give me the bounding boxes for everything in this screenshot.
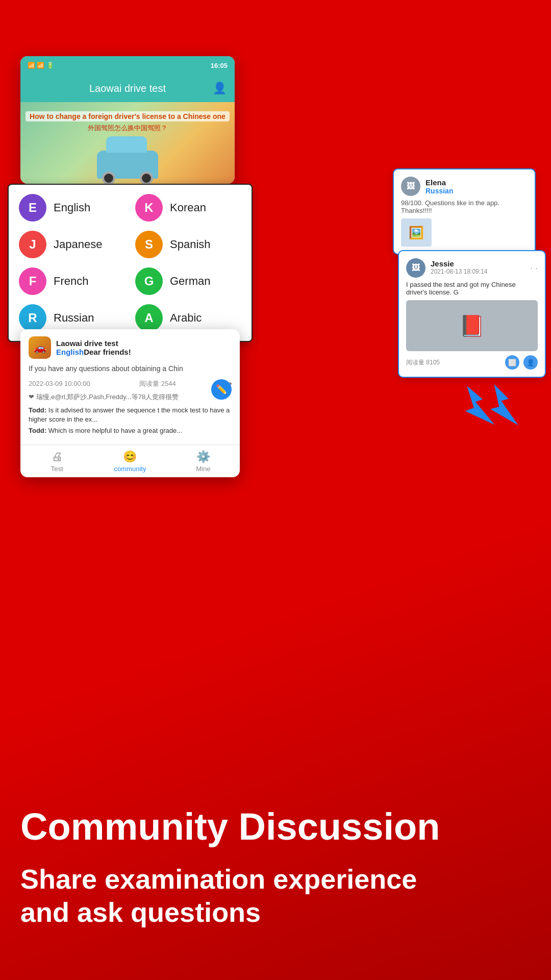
avatar-elena: 🖼 <box>401 177 420 196</box>
share-button[interactable]: ⬜ <box>505 355 519 370</box>
comment1-text: Is it advised to answer the sequence t t… <box>29 406 230 423</box>
car-illustration <box>97 151 158 179</box>
phone-mockup-bottom: 🚗 Laowai drive test English Dear friends… <box>20 329 240 477</box>
language-grid: E English K Korean J Japanese S Spanish … <box>19 194 241 332</box>
jessie-name: Jessie <box>431 259 487 268</box>
connector-svg <box>459 383 520 429</box>
english-circle: E <box>19 194 46 222</box>
list-item[interactable]: K Korean <box>135 194 241 222</box>
compose-button[interactable]: ✏️ <box>211 379 232 400</box>
list-item[interactable]: J Japanese <box>19 231 125 258</box>
community-post: 🚗 Laowai drive test English Dear friends… <box>20 329 240 445</box>
phone-header-title: Laowai drive test <box>89 83 166 94</box>
korean-circle: K <box>135 194 163 222</box>
nav-test[interactable]: 🖨 Test <box>20 445 93 477</box>
post-app-name: Laowai drive test <box>56 339 131 348</box>
korean-label: Korean <box>170 201 206 214</box>
mine-icon: ⚙️ <box>196 450 210 463</box>
russian-label: Russian <box>54 311 94 325</box>
post-meta: 2022-03-09 10:00:00 阅读量 2544 <box>29 379 232 388</box>
review-user-jessie: Jessie 2021-08-13 18:09:14 <box>431 259 487 277</box>
review-user-elena: Elena Russian <box>425 178 453 195</box>
comment1-name: Todd: <box>29 406 46 414</box>
list-item[interactable]: F French <box>19 267 125 295</box>
profile-icon[interactable]: 👤 <box>213 82 227 95</box>
post-likes: ❤ 瑞慢,e@rl,郑萨沙,Pash,Freddy...等78人觉得很赞 <box>29 393 232 402</box>
jessie-photo: 📕 <box>406 300 538 351</box>
post-header: 🚗 Laowai drive test English Dear friends… <box>29 336 232 359</box>
phone-banner: How to change a foreign driver's license… <box>20 102 235 184</box>
comment-2: Todd: Which is more helpful to have a gr… <box>29 426 232 435</box>
status-left: 📶 📶 🔋 <box>28 62 54 69</box>
nav-mine[interactable]: ⚙️ Mine <box>167 445 240 477</box>
sub-heading-line2: and ask questions <box>20 896 531 929</box>
bottom-text-section: Community Discussion Share examination e… <box>20 806 531 929</box>
comment2-name: Todd: <box>29 427 46 434</box>
sub-heading-line1: Share examination experience <box>20 863 531 896</box>
test-icon: 🖨 <box>52 450 63 463</box>
status-time: 16:05 <box>211 62 228 69</box>
car-body <box>97 151 158 179</box>
post-subtitle-row: English Dear friends! <box>56 348 131 356</box>
post-header-text: Laowai drive test English Dear friends! <box>56 339 131 356</box>
phone-mockup-top: 📶 📶 🔋 16:05 Laowai drive test 👤 How to c… <box>20 56 235 184</box>
post-subtitle-plain: Dear friends! <box>84 348 131 356</box>
community-icon: 😊 <box>123 450 137 463</box>
list-item[interactable]: A Arabic <box>135 304 241 332</box>
list-item[interactable]: E English <box>19 194 125 222</box>
comment-1: Todd: Is it advised to answer the sequen… <box>29 406 232 424</box>
jessie-views: 阅读量 8105 <box>406 358 440 367</box>
bottom-nav: 🖨 Test 😊 community ⚙️ Mine <box>20 445 240 477</box>
nav-community[interactable]: 😊 community <box>93 445 166 477</box>
review-card-jessie: 🖼 Jessie 2021-08-13 18:09:14 · · I passe… <box>398 250 546 378</box>
japanese-circle: J <box>19 231 46 258</box>
connector-bolts <box>459 383 520 431</box>
post-body: If you have any questions about obtainin… <box>29 364 232 374</box>
car-roof <box>106 136 147 153</box>
arabic-circle: A <box>135 304 163 332</box>
japanese-label: Japanese <box>54 238 102 251</box>
list-item[interactable]: R Russian <box>19 304 125 332</box>
jessie-footer: 阅读量 8105 ⬜ 👤 <box>406 355 538 370</box>
list-item[interactable]: G German <box>135 267 241 295</box>
profile-action-button[interactable]: 👤 <box>523 355 538 370</box>
car-wheel-left <box>102 172 115 184</box>
avatar-jessie: 🖼 <box>406 258 425 278</box>
russian-circle: R <box>19 304 46 332</box>
car-wheel-right <box>140 172 153 184</box>
review-header-jessie: 🖼 Jessie 2021-08-13 18:09:14 · · <box>406 258 538 278</box>
elena-name: Elena <box>425 178 453 187</box>
list-item[interactable]: S Spanish <box>135 231 241 258</box>
banner-subtitle: 外国驾照怎么换中国驾照？ <box>20 124 235 133</box>
nav-mine-label: Mine <box>196 465 210 473</box>
main-heading: Community Discussion <box>20 806 531 847</box>
review-card-elena: 🖼 Elena Russian 98/100. Questions like i… <box>393 168 536 255</box>
spanish-label: Spanish <box>170 238 211 251</box>
post-app-icon: 🚗 <box>29 336 51 359</box>
comment2-text: Which is more helpful to have a great gr… <box>48 427 182 434</box>
german-label: German <box>170 275 210 288</box>
svg-marker-0 <box>459 383 494 429</box>
jessie-datetime: 2021-08-13 18:09:14 <box>431 268 487 275</box>
post-datetime: 2022-03-09 10:00:00 <box>29 380 90 387</box>
language-panel: E English K Korean J Japanese S Spanish … <box>8 184 253 342</box>
spanish-circle: S <box>135 231 163 258</box>
banner-overlay: How to change a foreign driver's license… <box>20 111 235 133</box>
french-label: French <box>54 275 88 288</box>
banner-title: How to change a foreign driver's license… <box>26 111 230 121</box>
french-circle: F <box>19 267 46 295</box>
elena-photo: 🖼️ <box>401 218 432 247</box>
nav-test-label: Test <box>51 465 63 473</box>
german-circle: G <box>135 267 163 295</box>
jessie-actions: ⬜ 👤 <box>505 355 538 370</box>
jessie-text: I passed the test and got my Chinese dri… <box>406 281 538 296</box>
elena-lang: Russian <box>425 187 453 195</box>
phone-header: Laowai drive test 👤 <box>20 75 235 102</box>
arabic-label: Arabic <box>170 311 202 325</box>
status-bar: 📶 📶 🔋 16:05 <box>20 56 235 75</box>
jessie-more: · · <box>530 263 538 274</box>
english-label: English <box>54 201 90 214</box>
post-views: 阅读量 2544 <box>139 379 176 388</box>
nav-community-label: community <box>114 465 146 473</box>
sub-heading: Share examination experience and ask que… <box>20 863 531 929</box>
